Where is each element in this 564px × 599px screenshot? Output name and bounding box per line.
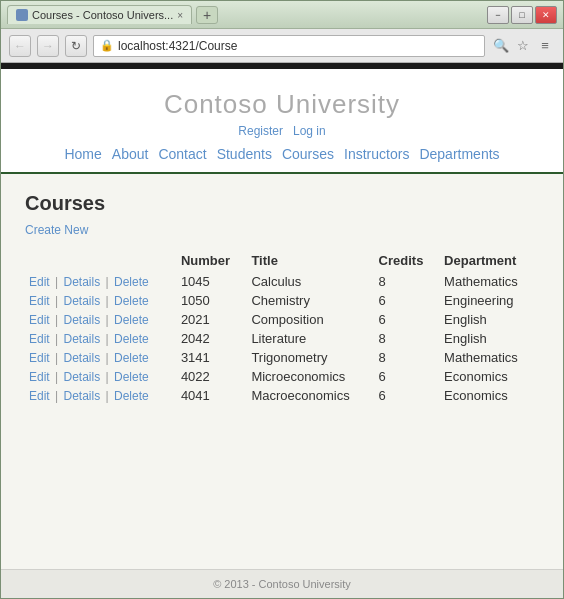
nav-instructors[interactable]: Instructors [344, 146, 409, 162]
row-actions: Edit | Details | Delete [25, 386, 177, 405]
nav-courses[interactable]: Courses [282, 146, 334, 162]
separator: | [102, 370, 112, 384]
details-link[interactable]: Details [63, 370, 100, 384]
nav-home[interactable]: Home [64, 146, 101, 162]
edit-link[interactable]: Edit [29, 313, 50, 327]
table-row: Edit | Details | Delete4041Macroeconomic… [25, 386, 539, 405]
minimize-button[interactable]: − [487, 6, 509, 24]
table-row: Edit | Details | Delete1045Calculus8Math… [25, 272, 539, 291]
nav-departments[interactable]: Departments [419, 146, 499, 162]
separator: | [102, 332, 112, 346]
nav-about[interactable]: About [112, 146, 149, 162]
details-link[interactable]: Details [63, 294, 100, 308]
page-header: Contoso University Register Log in Home … [1, 69, 563, 172]
row-actions: Edit | Details | Delete [25, 310, 177, 329]
active-tab[interactable]: Courses - Contoso Univers... × [7, 5, 192, 24]
details-link[interactable]: Details [63, 332, 100, 346]
courses-table: Number Title Credits Department Edit | D… [25, 251, 539, 405]
table-header-row: Number Title Credits Department [25, 251, 539, 272]
row-number: 4022 [177, 367, 248, 386]
delete-link[interactable]: Delete [114, 313, 149, 327]
star-icon[interactable]: ☆ [513, 36, 533, 56]
col-actions-header [25, 251, 177, 272]
col-department-header: Department [440, 251, 539, 272]
separator: | [102, 294, 112, 308]
table-row: Edit | Details | Delete4022Microeconomic… [25, 367, 539, 386]
separator: | [52, 294, 62, 308]
separator: | [102, 389, 112, 403]
row-department: Economics [440, 386, 539, 405]
row-number: 2021 [177, 310, 248, 329]
new-tab-button[interactable]: + [196, 6, 218, 24]
delete-link[interactable]: Delete [114, 332, 149, 346]
delete-link[interactable]: Delete [114, 370, 149, 384]
login-link[interactable]: Log in [293, 124, 326, 138]
maximize-button[interactable]: □ [511, 6, 533, 24]
title-bar: Courses - Contoso Univers... × + − □ ✕ [1, 1, 563, 29]
page-title: Courses [25, 192, 539, 215]
details-link[interactable]: Details [63, 313, 100, 327]
page-footer: © 2013 - Contoso University [1, 569, 563, 598]
edit-link[interactable]: Edit [29, 370, 50, 384]
nav-students[interactable]: Students [217, 146, 272, 162]
nav-contact[interactable]: Contact [158, 146, 206, 162]
row-number: 2042 [177, 329, 248, 348]
table-row: Edit | Details | Delete1050Chemistry6Eng… [25, 291, 539, 310]
table-row: Edit | Details | Delete2021Composition6E… [25, 310, 539, 329]
separator: | [52, 389, 62, 403]
details-link[interactable]: Details [63, 351, 100, 365]
row-number: 1045 [177, 272, 248, 291]
separator: | [52, 313, 62, 327]
url-actions: 🔍 ☆ ≡ [491, 36, 555, 56]
edit-link[interactable]: Edit [29, 332, 50, 346]
row-actions: Edit | Details | Delete [25, 272, 177, 291]
create-new-link[interactable]: Create New [25, 223, 539, 237]
back-button[interactable]: ← [9, 35, 31, 57]
col-credits-header: Credits [375, 251, 441, 272]
details-link[interactable]: Details [63, 275, 100, 289]
menu-icon[interactable]: ≡ [535, 36, 555, 56]
edit-link[interactable]: Edit [29, 389, 50, 403]
row-department: Mathematics [440, 272, 539, 291]
edit-link[interactable]: Edit [29, 351, 50, 365]
col-number-header: Number [177, 251, 248, 272]
edit-link[interactable]: Edit [29, 275, 50, 289]
separator: | [52, 275, 62, 289]
delete-link[interactable]: Delete [114, 389, 149, 403]
nav-menu: Home About Contact Students Courses Inst… [21, 146, 543, 162]
forward-button[interactable]: → [37, 35, 59, 57]
separator: | [102, 351, 112, 365]
edit-link[interactable]: Edit [29, 294, 50, 308]
separator: | [52, 351, 62, 365]
refresh-button[interactable]: ↻ [65, 35, 87, 57]
row-actions: Edit | Details | Delete [25, 291, 177, 310]
separator: | [102, 313, 112, 327]
window-controls: − □ ✕ [487, 6, 557, 24]
tab-close-icon[interactable]: × [177, 10, 183, 21]
details-link[interactable]: Details [63, 389, 100, 403]
row-department: English [440, 310, 539, 329]
row-title: Microeconomics [247, 367, 374, 386]
table-row: Edit | Details | Delete2042Literature8En… [25, 329, 539, 348]
close-button[interactable]: ✕ [535, 6, 557, 24]
row-credits: 8 [375, 272, 441, 291]
row-title: Composition [247, 310, 374, 329]
row-department: Engineering [440, 291, 539, 310]
row-number: 3141 [177, 348, 248, 367]
register-link[interactable]: Register [238, 124, 283, 138]
separator: | [52, 332, 62, 346]
delete-link[interactable]: Delete [114, 294, 149, 308]
tab-favicon [16, 9, 28, 21]
delete-link[interactable]: Delete [114, 351, 149, 365]
row-credits: 6 [375, 386, 441, 405]
delete-link[interactable]: Delete [114, 275, 149, 289]
row-title: Chemistry [247, 291, 374, 310]
row-actions: Edit | Details | Delete [25, 348, 177, 367]
row-title: Literature [247, 329, 374, 348]
url-field[interactable]: 🔒 localhost:4321/Course [93, 35, 485, 57]
row-department: Mathematics [440, 348, 539, 367]
col-title-header: Title [247, 251, 374, 272]
row-title: Calculus [247, 272, 374, 291]
search-icon[interactable]: 🔍 [491, 36, 511, 56]
tab-area: Courses - Contoso Univers... × + [7, 5, 481, 24]
